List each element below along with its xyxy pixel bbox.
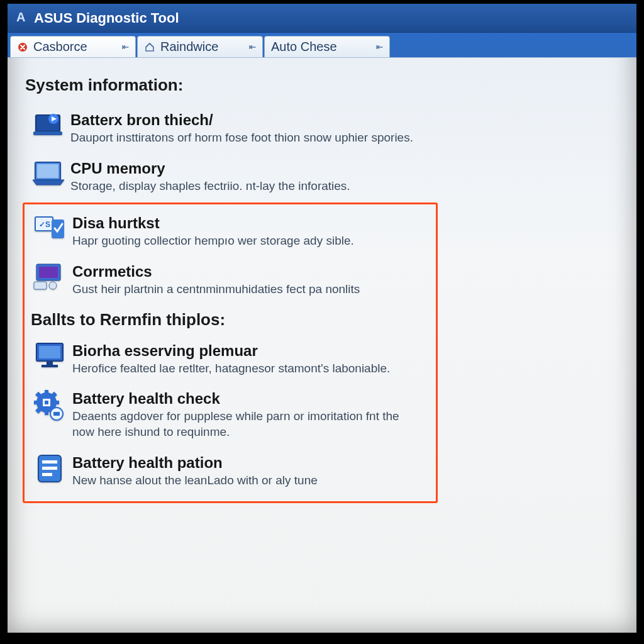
list-card-icon: [28, 453, 72, 484]
tab-label: Casborce: [33, 40, 87, 54]
tab-autochese[interactable]: Auto Chese ⇤: [264, 36, 390, 57]
brand-icon: [16, 13, 28, 24]
tab-label: Auto Chese: [271, 40, 337, 54]
item-title: Battery health check: [72, 390, 430, 408]
tab-raindwice[interactable]: Raindwice ⇤: [137, 36, 263, 57]
svg-rect-20: [34, 401, 39, 404]
list-item[interactable]: Battery health check Deaents agdover for…: [27, 385, 431, 448]
home-icon: [144, 42, 155, 53]
svg-rect-18: [45, 390, 48, 395]
content-area: System information: Batterx bron thiech/…: [8, 58, 636, 633]
svg-rect-19: [45, 410, 48, 415]
laptop-icon: [26, 158, 70, 189]
item-title: Batterx bron thiech/: [70, 111, 620, 129]
item-title: Corrmetics: [72, 263, 430, 280]
tab-casborce[interactable]: Casborce ⇤: [10, 36, 136, 57]
list-item[interactable]: Corrmetics Gust heir plartnin a centnmin…: [27, 258, 431, 306]
item-desc: Herofice fealted lae retlter, hatagnesor…: [72, 361, 412, 377]
svg-rect-16: [42, 365, 58, 367]
list-item[interactable]: ✓S Disa hurtkst Hapr guoting collectior …: [27, 209, 431, 258]
gear-chip-icon: [28, 389, 72, 421]
svg-rect-14: [39, 346, 60, 358]
section-heading-ballts: Ballts to Rermfin thiplos:: [31, 310, 431, 330]
tab-pin-icon[interactable]: ⇤: [376, 42, 383, 52]
tab-pin-icon[interactable]: ⇤: [122, 42, 129, 52]
list-item[interactable]: Battery health pation New hanse alout th…: [27, 449, 431, 497]
svg-rect-32: [42, 467, 57, 470]
check-device-icon: ✓S: [28, 213, 72, 242]
item-desc: Storage, display shaples fectriio. nt-la…: [70, 179, 448, 194]
list-item[interactable]: Biorha esserving plemuar Herofice fealte…: [27, 337, 431, 386]
svg-rect-29: [53, 412, 60, 416]
item-desc: Gust heir plartnin a centnminmuhidaties …: [72, 282, 412, 297]
section-heading-system-info: System information:: [25, 75, 621, 95]
item-title: Disa hurtkst: [72, 214, 430, 232]
laptop-play-icon: [26, 110, 70, 140]
svg-rect-2: [33, 131, 62, 135]
item-desc: Dauport insttiratons orf horm fose foot …: [70, 130, 448, 146]
svg-point-12: [49, 282, 57, 289]
item-title: Battery health pation: [72, 454, 430, 472]
item-desc: Hapr guoting collectior hempıo wer stora…: [72, 233, 412, 249]
app-window: ASUS Diagnostic Tool Casborce ⇤ Raindwic…: [8, 4, 636, 633]
tab-strip: Casborce ⇤ Raindwice ⇤ Auto Chese ⇤: [8, 33, 636, 58]
item-title: Biorha esserving plemuar: [72, 342, 430, 360]
item-desc: Deaents agdover for pupplese while parn …: [72, 409, 412, 440]
svg-rect-27: [45, 401, 48, 404]
tab-label: Raindwice: [160, 40, 218, 54]
title-bar: ASUS Diagnostic Tool: [8, 4, 636, 33]
list-item[interactable]: CPU memory Storage, display shaples fect…: [25, 155, 621, 203]
svg-rect-5: [37, 164, 58, 178]
svg-rect-11: [34, 282, 47, 289]
item-title: CPU memory: [70, 160, 620, 177]
svg-rect-31: [42, 460, 57, 464]
window-title: ASUS Diagnostic Tool: [34, 10, 179, 26]
svg-rect-10: [39, 267, 58, 278]
svg-rect-15: [47, 361, 53, 365]
svg-text:✓S: ✓S: [39, 220, 50, 229]
svg-rect-21: [54, 401, 59, 404]
highlight-box: ✓S Disa hurtkst Hapr guoting collectior …: [23, 203, 438, 502]
close-red-icon: [17, 42, 28, 53]
list-item[interactable]: Batterx bron thiech/ Dauport insttiraton…: [25, 106, 621, 155]
svg-rect-33: [42, 473, 52, 476]
tab-pin-icon[interactable]: ⇤: [249, 42, 256, 52]
monitor-icon: [28, 341, 72, 371]
monitor-remote-icon: [28, 262, 72, 292]
item-desc: New hanse alout the leanLado with or aly…: [72, 473, 412, 489]
